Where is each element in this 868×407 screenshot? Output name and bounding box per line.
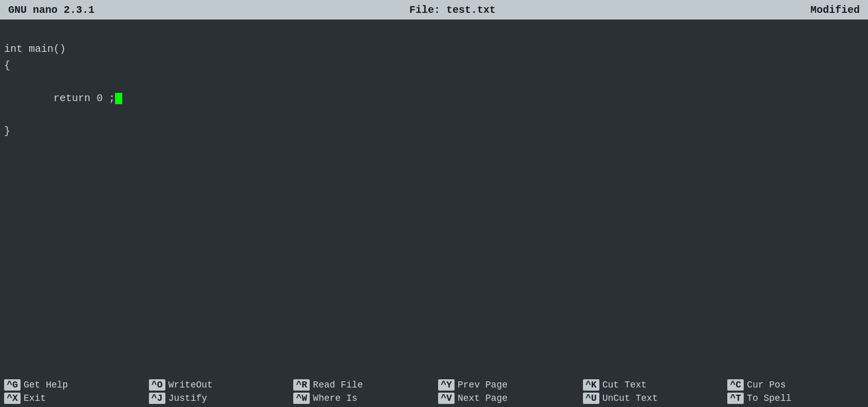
shortcut-row-2: ^XExit^JJustify^WWhere Is^VNext Page^UUn… [0, 392, 868, 405]
shortcut-label: Cut Text [602, 380, 647, 390]
shortcut-key: ^V [438, 393, 455, 404]
editor-line [4, 238, 864, 255]
shortcut-row-1: ^GGet Help^OWriteOut^RRead File^YPrev Pa… [0, 378, 868, 392]
editor-line [4, 172, 864, 189]
shortcut-item[interactable]: ^GGet Help [0, 378, 145, 392]
editor-line [4, 189, 864, 205]
shortcut-item[interactable]: ^WWhere Is [289, 392, 434, 405]
shortcut-item[interactable]: ^VNext Page [434, 392, 579, 405]
shortcut-label: Exit [24, 393, 46, 403]
shortcut-key: ^J [149, 393, 165, 404]
title-bar: GNU nano 2.3.1 File: test.txt Modified [0, 0, 868, 20]
shortcut-label: Next Page [458, 393, 507, 403]
shortcut-key: ^W [293, 393, 310, 404]
shortcut-label: Cur Pos [747, 380, 786, 390]
shortcut-item[interactable]: ^CCur Pos [723, 378, 868, 392]
shortcut-label: Read File [313, 380, 363, 390]
editor-line [4, 107, 864, 123]
shortcut-item[interactable]: ^OWriteOut [145, 378, 290, 392]
shortcut-key: ^O [149, 379, 165, 391]
editor-line: return 0 ; [4, 90, 864, 107]
editor-line: } [4, 123, 864, 140]
app-name: GNU nano 2.3.1 [8, 4, 95, 16]
shortcut-item[interactable]: ^YPrev Page [434, 378, 579, 392]
modified-status: Modified [810, 4, 860, 16]
editor-line [4, 222, 864, 238]
shortcut-bar: ^GGet Help^OWriteOut^RRead File^YPrev Pa… [0, 376, 868, 407]
shortcut-label: Where Is [313, 393, 357, 403]
shortcut-key: ^X [4, 393, 21, 404]
editor-line: { [4, 57, 864, 74]
shortcut-key: ^R [293, 379, 310, 391]
shortcut-key: ^U [583, 393, 599, 404]
editor-line [4, 255, 864, 271]
editor-line [4, 25, 864, 41]
shortcut-label: Justify [168, 393, 207, 403]
editor-line [4, 140, 864, 156]
shortcut-item[interactable]: ^UUnCut Text [579, 392, 724, 405]
shortcut-key: ^Y [438, 379, 455, 391]
shortcut-item[interactable]: ^JJustify [145, 392, 290, 405]
editor-area[interactable]: int main(){ return 0 ; } [0, 20, 868, 376]
shortcut-item[interactable]: ^TTo Spell [723, 392, 868, 405]
shortcut-key: ^G [4, 379, 21, 391]
shortcut-label: Get Help [24, 380, 68, 390]
shortcut-item[interactable]: ^XExit [0, 392, 145, 405]
editor-line [4, 205, 864, 222]
cursor [115, 93, 122, 104]
shortcut-key: ^C [727, 379, 744, 391]
editor-line: int main() [4, 41, 864, 57]
shortcut-label: To Spell [747, 393, 791, 403]
shortcut-key: ^T [727, 393, 744, 404]
shortcut-label: WriteOut [168, 380, 213, 390]
editor-line [4, 156, 864, 172]
editor-line [4, 74, 864, 90]
shortcut-label: UnCut Text [602, 393, 658, 403]
file-name: File: test.txt [409, 4, 496, 16]
shortcut-label: Prev Page [458, 380, 507, 390]
shortcut-item[interactable]: ^KCut Text [579, 378, 724, 392]
shortcut-item[interactable]: ^RRead File [289, 378, 434, 392]
shortcut-key: ^K [583, 379, 599, 391]
